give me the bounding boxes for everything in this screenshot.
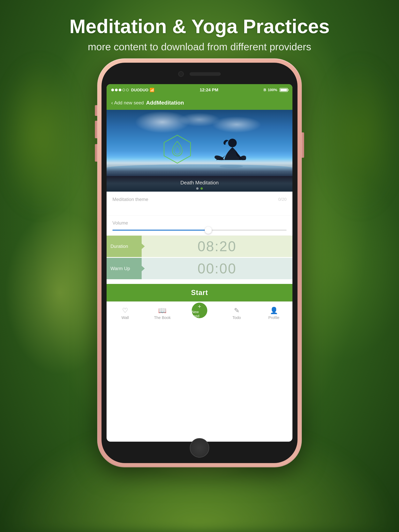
- meditation-name: Death Meditation: [180, 180, 219, 186]
- hero-image: Death Meditation: [107, 110, 292, 192]
- back-button[interactable]: ‹ Add new seed: [111, 100, 144, 106]
- content-area: Meditation theme 0/20 Volume: [107, 192, 292, 301]
- signal-dot-1: [111, 89, 114, 91]
- battery-percent: 100%: [268, 88, 277, 92]
- timer-section: Duration 08:20 Warm Up 00:00: [107, 236, 292, 280]
- volume-section: Volume: [107, 215, 292, 236]
- start-button[interactable]: Start: [107, 284, 292, 301]
- status-bar: DUODUO 📶 12:24 PM B 100%: [107, 84, 292, 96]
- earpiece-speaker: [190, 72, 221, 76]
- theme-section: Meditation theme 0/20: [107, 192, 292, 215]
- svg-point-1: [228, 139, 237, 147]
- water-reflection: [107, 164, 292, 176]
- status-time: 12:24 PM: [200, 88, 218, 93]
- volume-down-button[interactable]: [95, 144, 97, 162]
- bluetooth-icon: B: [264, 88, 266, 92]
- bg-blur-left: [0, 58, 78, 214]
- back-label: Add new seed: [114, 100, 144, 106]
- power-button[interactable]: [302, 133, 304, 158]
- signal-dot-3: [119, 89, 121, 91]
- nav-item-wall[interactable]: ♡ Wall: [113, 306, 137, 320]
- duration-label: Duration: [107, 236, 142, 257]
- duration-value[interactable]: 08:20: [142, 236, 292, 257]
- nav-item-book[interactable]: 📖 The Book: [151, 306, 174, 320]
- nav-label-book: The Book: [154, 316, 171, 320]
- page-subtitle: more content to download from different …: [0, 41, 399, 53]
- carousel-dot-1[interactable]: [196, 187, 199, 190]
- battery-bar: [280, 88, 288, 92]
- app-logo: [162, 133, 193, 165]
- volume-slider-track[interactable]: [112, 230, 287, 231]
- signal-dots: [111, 89, 129, 91]
- volume-label: Volume: [112, 220, 287, 226]
- heart-icon: ♡: [122, 306, 128, 314]
- nav-label-todo: Todo: [232, 316, 241, 320]
- hero-clouds: [107, 110, 292, 159]
- phone-device: DUODUO 📶 12:24 PM B 100% ‹: [97, 58, 302, 467]
- nav-item-profile[interactable]: 👤 Profile: [262, 306, 286, 320]
- home-button[interactable]: [190, 438, 209, 458]
- person-icon: 👤: [270, 306, 278, 314]
- book-icon: 📖: [158, 306, 166, 314]
- navigation-bar: ‹ Add new seed AddMeditation: [107, 96, 292, 110]
- chevron-left-icon: ‹: [111, 100, 113, 106]
- wifi-icon: 📶: [150, 88, 154, 92]
- warmup-value[interactable]: 00:00: [142, 258, 292, 279]
- plus-icon: ＋: [197, 303, 202, 310]
- volume-up-button[interactable]: [95, 121, 97, 138]
- phone-bezel: DUODUO 📶 12:24 PM B 100% ‹: [102, 63, 297, 463]
- todo-icon: ✎: [234, 306, 239, 314]
- battery-fill: [280, 89, 287, 91]
- signal-dot-5: [126, 89, 129, 91]
- phone-screen: DUODUO 📶 12:24 PM B 100% ‹: [107, 84, 292, 442]
- volume-slider-fill: [112, 230, 208, 231]
- carrier-name: DUODUO: [131, 88, 148, 92]
- nav-label-profile: Profile: [268, 316, 279, 320]
- warmup-row: Warm Up 00:00: [107, 258, 292, 279]
- svg-marker-0: [164, 135, 191, 163]
- theme-label: Meditation theme: [112, 197, 148, 202]
- theme-input[interactable]: [112, 204, 287, 213]
- status-right: B 100%: [264, 88, 288, 92]
- warmup-label: Warm Up: [107, 258, 142, 279]
- front-camera: [178, 71, 184, 77]
- nav-label-new-seed: New seed: [192, 310, 207, 318]
- carousel-dots: [196, 187, 203, 190]
- duration-row: Duration 08:20: [107, 236, 292, 257]
- bg-blur-right: [321, 58, 399, 214]
- start-section: Start: [107, 280, 292, 301]
- bottom-navigation: ♡ Wall 📖 The Book ＋ New seed: [107, 301, 292, 325]
- page-title: Meditation & Yoga Practices: [0, 16, 399, 37]
- theme-count: 0/20: [278, 197, 287, 202]
- nav-label-wall: Wall: [121, 316, 129, 320]
- phone-top-bar: [178, 71, 221, 77]
- signal-dot-2: [115, 89, 118, 91]
- new-seed-button[interactable]: ＋ New seed: [192, 303, 207, 318]
- volume-slider-thumb[interactable]: [205, 227, 212, 234]
- nav-item-todo[interactable]: ✎ Todo: [225, 306, 248, 320]
- status-left: DUODUO 📶: [111, 88, 154, 92]
- nav-title: AddMeditation: [146, 100, 184, 106]
- nav-item-new-seed[interactable]: ＋ New seed: [188, 309, 211, 318]
- page-header: Meditation & Yoga Practices more content…: [0, 16, 399, 53]
- signal-dot-4: [122, 89, 125, 91]
- theme-row: Meditation theme 0/20: [112, 197, 287, 202]
- carousel-dot-2[interactable]: [200, 187, 203, 190]
- silent-button[interactable]: [95, 105, 97, 116]
- phone-shell: DUODUO 📶 12:24 PM B 100% ‹: [97, 58, 302, 467]
